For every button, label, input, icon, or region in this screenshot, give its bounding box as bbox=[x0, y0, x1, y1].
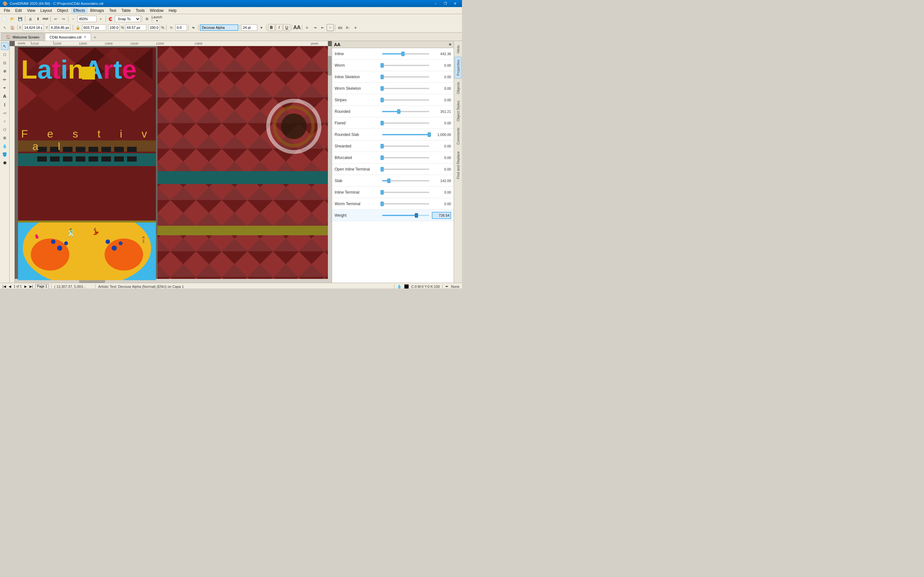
menu-file[interactable]: File bbox=[1, 8, 13, 13]
menu-table[interactable]: Table bbox=[119, 8, 133, 13]
fill-tool-button[interactable]: 🪣 bbox=[1, 151, 9, 158]
worm-skeleton-slider[interactable] bbox=[382, 88, 429, 89]
page-name-button[interactable]: Page 1 bbox=[35, 284, 49, 288]
vertical-scrollbar[interactable] bbox=[328, 46, 332, 283]
export-button[interactable]: ⬆ bbox=[34, 15, 41, 23]
rotate-icon[interactable]: ↻ bbox=[168, 24, 175, 31]
menu-effects[interactable]: Effects bbox=[71, 8, 87, 13]
title-bar-controls[interactable]: − ❐ ✕ bbox=[431, 1, 459, 6]
tab-close-button[interactable]: ✕ bbox=[84, 35, 86, 39]
list-button[interactable]: ≡ bbox=[304, 24, 310, 31]
worm-terminal-slider[interactable] bbox=[382, 203, 429, 205]
panel-close-button[interactable]: ✕ bbox=[449, 42, 452, 47]
freehand-tool-button[interactable]: ✏ bbox=[1, 76, 9, 83]
connector-tool-button[interactable]: ∥ bbox=[1, 101, 9, 108]
save-button[interactable]: 💾 bbox=[17, 15, 24, 23]
polygon-tool-button[interactable]: ⬠ bbox=[1, 126, 9, 133]
vertical-scrollbar-thumb[interactable] bbox=[328, 56, 331, 75]
bold-button[interactable]: B bbox=[268, 24, 275, 31]
options-button[interactable]: ⚙ bbox=[144, 15, 150, 23]
menu-view[interactable]: View bbox=[24, 8, 38, 13]
outdent-button[interactable]: ⇤ bbox=[319, 24, 326, 31]
italic-button[interactable]: I bbox=[276, 24, 283, 31]
w-input[interactable] bbox=[82, 24, 106, 31]
table-tool-button[interactable]: ⊞ bbox=[1, 134, 9, 142]
flared-slider[interactable] bbox=[382, 122, 429, 124]
document-tab[interactable]: CD&I Associates.cdr ✕ bbox=[45, 33, 91, 41]
font-size-input[interactable] bbox=[241, 24, 257, 31]
close-button[interactable]: ✕ bbox=[451, 1, 459, 6]
case-button[interactable]: A↑ bbox=[344, 24, 351, 31]
rounded-slab-slider[interactable] bbox=[382, 134, 429, 135]
properties-tab[interactable]: Properties bbox=[455, 57, 462, 79]
eyedropper-tool-button[interactable]: 💧 bbox=[1, 142, 9, 150]
selection-mode-button[interactable]: ↖ bbox=[1, 24, 8, 31]
zoom-in-button[interactable]: + bbox=[97, 15, 104, 23]
inline-slider[interactable] bbox=[382, 53, 429, 55]
lock-aspect-button[interactable]: 🔒 bbox=[74, 24, 81, 31]
rounded-slider[interactable] bbox=[382, 111, 429, 112]
menu-bitmaps[interactable]: Bitmaps bbox=[87, 8, 107, 13]
inline-terminal-slider[interactable] bbox=[382, 192, 429, 193]
inline-skeleton-slider[interactable] bbox=[382, 76, 429, 77]
stripes-slider[interactable] bbox=[382, 99, 429, 101]
zoom-out-button[interactable]: − bbox=[69, 15, 77, 23]
worm-slider[interactable] bbox=[382, 65, 429, 66]
w-pct-input[interactable] bbox=[108, 24, 120, 31]
h-pct-input[interactable] bbox=[148, 24, 160, 31]
rectangle-tool-button[interactable]: ▭ bbox=[1, 109, 9, 117]
mirror-h-button[interactable]: ⇆ bbox=[190, 24, 197, 31]
font-name-input[interactable] bbox=[200, 24, 238, 31]
pen-tool-button[interactable]: ✒ bbox=[1, 84, 9, 92]
new-button[interactable]: 📄 bbox=[1, 15, 8, 23]
interactive-fill-button[interactable]: ⬟ bbox=[1, 159, 9, 167]
y-input[interactable] bbox=[49, 24, 70, 31]
print-button[interactable]: 🖨 bbox=[27, 15, 34, 23]
add-char-button[interactable]: + bbox=[352, 24, 359, 31]
shearded-slider[interactable] bbox=[382, 145, 429, 147]
menu-edit[interactable]: Edit bbox=[13, 8, 24, 13]
menu-help[interactable]: Help bbox=[166, 8, 179, 13]
ellipse-tool-button[interactable]: ○ bbox=[1, 117, 9, 125]
last-page-button[interactable]: ▶| bbox=[29, 285, 33, 288]
x-input[interactable] bbox=[23, 24, 44, 31]
text-tool-button[interactable]: A bbox=[1, 92, 9, 100]
minimize-button[interactable]: − bbox=[431, 1, 440, 6]
bifurcated-slider[interactable] bbox=[382, 157, 429, 158]
text-color-button[interactable]: ab| bbox=[336, 24, 344, 31]
menu-tools[interactable]: Tools bbox=[133, 8, 147, 13]
menu-object[interactable]: Object bbox=[55, 8, 71, 13]
angle-input[interactable] bbox=[176, 24, 187, 31]
open-inline-terminal-slider[interactable] bbox=[382, 169, 429, 170]
welcome-screen-tab[interactable]: 🏠 Welcome Screen bbox=[1, 33, 44, 41]
next-page-button[interactable]: ▶ bbox=[24, 285, 27, 288]
indent-button[interactable]: ⇥ bbox=[311, 24, 318, 31]
zoom-level-input[interactable] bbox=[78, 16, 97, 22]
h-input[interactable] bbox=[126, 24, 146, 31]
restore-button[interactable]: ❐ bbox=[441, 1, 450, 6]
weight-value-input[interactable] bbox=[432, 212, 451, 219]
pick-tool-button[interactable]: ↖ bbox=[1, 42, 9, 50]
zoom-tool-button[interactable]: ⊕ bbox=[1, 67, 9, 75]
redo-button[interactable]: ↪ bbox=[60, 15, 67, 23]
first-page-button[interactable]: |◀ bbox=[3, 285, 6, 288]
comments-tab[interactable]: Comments bbox=[455, 125, 462, 147]
node-tool-button[interactable]: ⬡ bbox=[1, 51, 9, 58]
crop-tool-button[interactable]: ⊡ bbox=[1, 59, 9, 67]
menu-layout[interactable]: Layout bbox=[38, 8, 55, 13]
weight-slider[interactable] bbox=[382, 215, 429, 216]
menu-text[interactable]: Text bbox=[107, 8, 119, 13]
menu-window[interactable]: Window bbox=[147, 8, 166, 13]
font-size-dropdown-button[interactable]: ▾ bbox=[258, 24, 265, 31]
pdf-button[interactable]: PDF bbox=[42, 15, 49, 23]
underline-button[interactable]: U bbox=[283, 24, 290, 31]
add-tab-button[interactable]: + bbox=[92, 34, 98, 41]
slab-slider[interactable] bbox=[382, 180, 429, 181]
hints-tab[interactable]: Hints bbox=[455, 42, 462, 56]
open-button[interactable]: 📂 bbox=[9, 15, 16, 23]
find-replace-tab[interactable]: Find and Replace bbox=[455, 148, 462, 182]
launch-button[interactable]: Launch ▾ bbox=[153, 15, 160, 23]
home-button[interactable]: 🏠 bbox=[9, 24, 16, 31]
snap-options-button[interactable]: 🧲 bbox=[107, 15, 114, 23]
char-format-button[interactable]: ○ bbox=[326, 24, 334, 31]
